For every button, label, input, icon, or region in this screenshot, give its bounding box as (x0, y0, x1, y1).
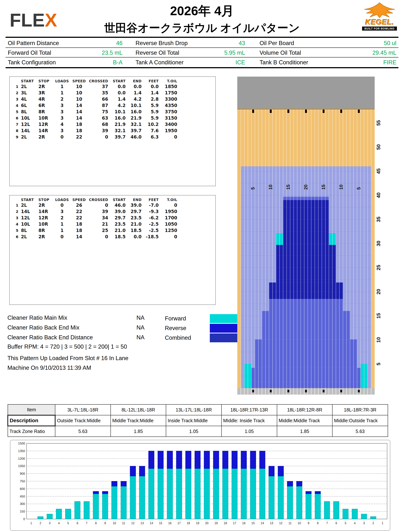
svg-text:19: 19 (196, 522, 199, 525)
cleaner-ratio-label: Cleaner Ratio Back End Distance (7, 334, 93, 341)
svg-text:12: 12 (279, 522, 282, 525)
svg-text:300: 300 (20, 502, 25, 506)
flex-logo: FLEX (10, 11, 57, 29)
summary-value: 50 ul (334, 40, 396, 47)
summary-value: 46 (63, 40, 123, 47)
legend-label: Reverse (165, 325, 210, 332)
svg-text:13: 13 (270, 522, 273, 525)
title-month: 2026年 4月 (72, 3, 332, 19)
svg-text:5: 5 (250, 187, 255, 190)
page-title: 2026年 4月 世田谷オークラボウル オイルパターン (72, 3, 332, 36)
summary-label: Oil Per Board (260, 40, 294, 47)
summary-label: Reverse Brush Drop (136, 40, 188, 47)
summary-value: 5.95 mL (188, 50, 245, 56)
svg-text:7: 7 (326, 522, 328, 525)
svg-text:1200: 1200 (18, 457, 25, 460)
svg-text:20: 20 (376, 289, 381, 294)
column-header: CROSSED (88, 79, 110, 83)
svg-text:15: 15 (251, 522, 255, 525)
svg-text:6: 6 (77, 522, 78, 525)
title-center-name: 世田谷オークラボウル オイルパターン (72, 21, 332, 36)
legend-label: Forward (165, 315, 210, 322)
column-header: CROSSED (88, 197, 110, 202)
column-header: STOP (37, 79, 53, 83)
kegel-logo: KEGEL. BUILT FOR BOWLING (362, 2, 397, 31)
track-description: Middle Track:Middle (111, 415, 166, 426)
forward-pass-table: STARTSTOPLOADSSPEEDCROSSEDSTARTENDFEETT.… (11, 79, 179, 140)
summary-label: Tank Configuration (8, 59, 56, 66)
oil-summary-grid: Oil Pattern Distance46Reverse Brush Drop… (6, 38, 398, 67)
cleaner-ratio-label: Cleaner Ratio Main Mix (7, 315, 67, 321)
track-description: Middle:Outside Track (332, 415, 388, 426)
ratio-zone-header: 8L-12L:18L-18R (111, 405, 166, 415)
svg-text:10: 10 (298, 522, 301, 525)
cleaner-ratio-label: Cleaner Ratio Back End Mix (7, 324, 79, 331)
kegel-eagle-icon (362, 2, 397, 18)
cleaner-ratio-row: Cleaner Ratio Main MixNA (7, 313, 175, 323)
svg-text:1: 1 (30, 522, 32, 525)
summary-row: Oil Pattern Distance46Reverse Brush Drop… (6, 38, 398, 48)
summary-value: 23.5 mL (63, 50, 123, 56)
pattern-upload-note: This Pattern Up Loaded From Slot # 16 In… (7, 354, 150, 373)
svg-text:4: 4 (58, 522, 60, 525)
legend-swatch-combined (210, 333, 238, 342)
column-header: START (110, 197, 127, 202)
column-header: STOP (37, 197, 53, 202)
column-header: END (127, 197, 143, 202)
summary-value: ICE (188, 59, 245, 66)
summary-value: 29.45 mL (334, 50, 396, 56)
column-header: SPEED (71, 197, 88, 202)
column-header: T.OIL (160, 79, 179, 83)
forward-pass-row: 712L12R4186821.932.110.23400 (11, 121, 179, 127)
svg-text:0: 0 (23, 517, 25, 521)
track-description: Inside Track:Middle (166, 415, 222, 426)
forward-pass-row: 23L3R110350.01.41.41750 (11, 90, 179, 96)
svg-text:11: 11 (288, 522, 292, 525)
svg-text:10: 10 (376, 337, 381, 343)
track-zone-ratio-table: Item3L-7L:18L-18R8L-12L:18L-18R13L-17L:1… (7, 404, 388, 437)
svg-text:14: 14 (150, 522, 153, 525)
svg-text:13: 13 (141, 522, 144, 525)
svg-text:11: 11 (122, 522, 125, 525)
summary-label: Tank A Conditioner (136, 59, 184, 66)
svg-text:15: 15 (321, 184, 326, 190)
column-header: LOADS (53, 197, 71, 202)
forward-pass-row: 34L4R210661.44.22.83300 (11, 96, 179, 102)
svg-text:150: 150 (20, 510, 25, 513)
reverse-pass-table: STARTSTOPLOADSSPEEDCROSSEDSTARTENDFEETT.… (11, 197, 179, 240)
column-header: T.OIL (160, 197, 179, 202)
svg-text:50: 50 (376, 144, 381, 150)
column-header: START (110, 79, 127, 83)
summary-value: B-A (63, 59, 123, 66)
forward-pass-row: 58L8R3147510.116.05.93750 (11, 109, 179, 115)
svg-text:5: 5 (67, 522, 69, 525)
ratio-zone-header: 13L-17L:18L-18R (166, 405, 222, 415)
svg-text:40: 40 (376, 192, 381, 198)
svg-text:2: 2 (372, 522, 374, 525)
forward-pass-row: 610L10R3146316.021.95.93150 (11, 115, 179, 121)
oil-pattern-sheet: FLEX 2026年 4月 世田谷オークラボウル オイルパターン KEGEL. … (0, 0, 404, 532)
svg-text:14: 14 (261, 522, 264, 525)
svg-text:12: 12 (131, 522, 135, 525)
svg-text:2: 2 (39, 522, 41, 525)
svg-text:1500: 1500 (18, 442, 25, 445)
forward-pass-row: 92L2R022039.746.06.30 (11, 134, 179, 140)
forward-pass-row: 12L2R110370.00.00.01850 (11, 83, 179, 90)
legend-swatch-reverse (210, 324, 238, 333)
svg-text:10: 10 (113, 522, 116, 525)
flex-logo-x: X (45, 10, 57, 30)
cleaner-ratio-value: NA (137, 324, 144, 331)
svg-text:15: 15 (286, 184, 291, 190)
svg-text:16: 16 (168, 522, 172, 525)
cleaner-ratio-row: Cleaner Ratio Back End DistanceNA (7, 333, 175, 342)
ratio-zone-header: 18L-18R:7R-3R (332, 405, 388, 415)
kegel-tagline: BUILT FOR BOWLING (362, 26, 397, 31)
svg-text:5: 5 (345, 522, 346, 525)
summary-divider (6, 67, 398, 68)
buffer-rpm-note: Buffer RPM: 4 = 720 | 3 = 500 | 2 = 200|… (7, 343, 127, 350)
svg-text:55: 55 (376, 120, 381, 126)
svg-text:7: 7 (86, 522, 87, 525)
legend-row: Forward (165, 314, 238, 323)
summary-row: Tank ConfigurationB-ATank A ConditionerI… (6, 57, 398, 67)
track-zone-ratio-value: 5.63 (332, 426, 388, 437)
